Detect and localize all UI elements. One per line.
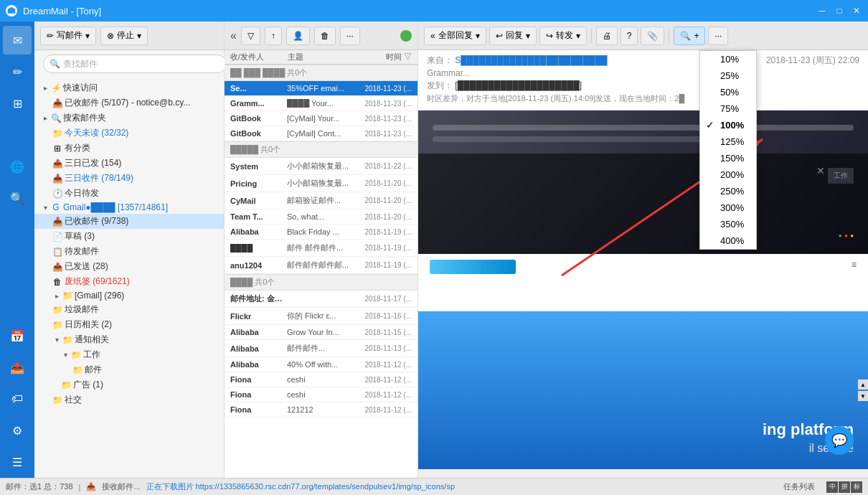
email-item-15[interactable]: Alibaba 邮件邮件... 2018-11-13 (... bbox=[225, 340, 418, 357]
write-email-button[interactable]: ✏ 写邮件 ▾ bbox=[40, 27, 96, 45]
email-item-11[interactable]: anu1204 邮件邮件邮件邮... 2018-11-19 (... bbox=[225, 257, 418, 274]
more-button[interactable]: ··· bbox=[708, 27, 728, 45]
reply-all-button[interactable]: « 全部回复 ▾ bbox=[424, 27, 486, 45]
nav-tag[interactable]: 🏷 bbox=[3, 385, 32, 413]
nav-mail[interactable]: ✉ bbox=[3, 26, 32, 55]
tree-today-unread[interactable]: 📁 今天未读 (32/32) bbox=[34, 126, 224, 141]
email-item-19[interactable]: Fiona 121212 2018-11-12 (... bbox=[225, 402, 418, 418]
grid-icon: ⊞ bbox=[52, 143, 63, 154]
zoom-75[interactable]: 75% bbox=[700, 100, 756, 117]
email-item-5[interactable]: System 小小邮箱恢复最... 2018-11-22 (... bbox=[225, 158, 418, 175]
tree-search-folders[interactable]: ▸ 🔍 搜索邮件夹 bbox=[34, 110, 224, 126]
nav-calendar[interactable]: 📅 bbox=[3, 321, 32, 350]
maximize-button[interactable]: □ bbox=[834, 5, 845, 16]
zoom-100[interactable]: ✓ 100% bbox=[700, 117, 756, 133]
zoom-25[interactable]: 25% bbox=[700, 67, 756, 84]
zoom-400[interactable]: 400% bbox=[700, 232, 756, 249]
filter-button[interactable]: ▽ bbox=[241, 27, 260, 45]
tree-categorized[interactable]: ⊞ 有分类 bbox=[34, 141, 224, 156]
tree-3day-sent[interactable]: 📤 三日已发 (154) bbox=[34, 156, 224, 171]
email-item-1[interactable]: Se... 35%OFF emai... 2018-11-23 (... bbox=[225, 81, 418, 96]
tree-gmail-trash[interactable]: 🗑 废纸篓 (69/1621) bbox=[34, 274, 224, 289]
email-item-8[interactable]: Team T... So, what... 2018-11-20 (... bbox=[225, 209, 418, 225]
tree-gmail-notifications[interactable]: ▾ 📁 通知相关 bbox=[34, 332, 224, 347]
icon-bar: ✉ ✏ ⊞ 👤 🌐 🔍 📅 📤 🏷 ⚙ ☰ bbox=[0, 22, 34, 478]
nav-grid[interactable]: ⊞ bbox=[3, 89, 32, 118]
email-item-7[interactable]: CyMail 邮箱验证邮件... 2018-11-20 (... bbox=[225, 192, 418, 209]
zoom-150[interactable]: 150% bbox=[700, 150, 756, 166]
zoom-350[interactable]: 350% bbox=[700, 216, 756, 232]
email-item-13[interactable]: Flickr 你的 Flickr ε... 2018-11-16 (... bbox=[225, 308, 418, 325]
help-button[interactable]: ? bbox=[621, 27, 638, 45]
print-button[interactable]: 🖨 bbox=[596, 27, 618, 45]
to-label: Grammar... bbox=[427, 68, 470, 78]
scroll-down-btn[interactable]: ▼ bbox=[858, 391, 868, 401]
zoom-50[interactable]: 50% bbox=[700, 84, 756, 100]
email-item-4[interactable]: GitBook [CyMail] Cont... 2018-11-23 (... bbox=[225, 126, 418, 141]
sort-up-button[interactable]: ↑ bbox=[265, 27, 282, 45]
nav-settings[interactable]: ⚙ bbox=[3, 416, 32, 445]
tree-gmail-outbox[interactable]: 📋 待发邮件 bbox=[34, 244, 224, 259]
work-icon: 📁 bbox=[70, 350, 82, 360]
nav-contacts[interactable]: 👤 bbox=[3, 121, 32, 149]
close-overlay-btn[interactable]: ✕ bbox=[816, 165, 825, 176]
stop-button[interactable]: ⊗ 停止 ▾ bbox=[100, 27, 148, 45]
email-item-16[interactable]: Alibaba 40% Off with... 2018-11-12 (... bbox=[225, 357, 418, 372]
scroll-up-btn[interactable]: ▲ bbox=[858, 380, 868, 390]
email-item-17[interactable]: Fiona ceshi 2018-11-12 (... bbox=[225, 372, 418, 387]
tree-gmail-spam[interactable]: 📁 垃圾邮件 bbox=[34, 302, 224, 317]
nav-globe[interactable]: 🌐 bbox=[3, 152, 32, 181]
email-item-3[interactable]: GitBook [CyMail] Your... 2018-11-23 (... bbox=[225, 111, 418, 126]
forward-button[interactable]: ↪ 转发 ▾ bbox=[539, 27, 587, 45]
tree-gmail-labels[interactable]: ▸ 📁 [Gmail] (296) bbox=[34, 289, 224, 302]
tree-inbox-quick[interactable]: 📥 已收邮件 (5/107) - notice@b.cy... bbox=[34, 95, 224, 110]
tree-gmail-social[interactable]: 📁 社交 bbox=[34, 392, 224, 407]
email-item-14[interactable]: Alibaba Grow Your In... 2018-11-15 (... bbox=[225, 325, 418, 340]
delivered-label: 发到： bbox=[427, 80, 453, 90]
tree-quick-access[interactable]: ▸ ⚡ 快速访问 bbox=[34, 80, 224, 95]
email-item-6[interactable]: Pricing 小小邮箱恢复最... 2018-11-20 (... bbox=[225, 175, 418, 192]
user-filter-button[interactable]: 👤 bbox=[286, 27, 310, 45]
tree-gmail-calendar[interactable]: 📁 日历相关 (2) bbox=[34, 317, 224, 332]
zoom-button[interactable]: 🔍 + bbox=[674, 27, 705, 45]
search-box[interactable]: 🔍 查找邮件 bbox=[43, 55, 227, 73]
forward-dropdown-icon: ▾ bbox=[576, 31, 580, 41]
email-group-3: ████ 共0个 bbox=[225, 274, 418, 291]
nav-send[interactable]: 📤 bbox=[3, 353, 32, 382]
tree-gmail-work[interactable]: ▾ 📁 工作 bbox=[34, 347, 224, 362]
tree-gmail-account[interactable]: ▾ G Gmail●████ [1357/14861] bbox=[34, 201, 224, 214]
email-item-18[interactable]: Fiona ceshi 2018-11-12 (... bbox=[225, 387, 418, 402]
reply-button[interactable]: ↩ 回复 ▾ bbox=[489, 27, 537, 45]
tree-gmail-sent[interactable]: 📤 已发送 (28) bbox=[34, 259, 224, 274]
tree-gmail-work-mail[interactable]: 📁 邮件 bbox=[34, 362, 224, 377]
more-actions-button[interactable]: ··· bbox=[340, 27, 360, 45]
zoom-10[interactable]: 10% bbox=[700, 51, 756, 67]
expand-icon: ▾ bbox=[40, 204, 50, 212]
expand-icon: ▸ bbox=[40, 84, 50, 92]
tree-gmail-ads[interactable]: 📁 广告 (1) bbox=[34, 377, 224, 392]
attach-button[interactable]: 📎 bbox=[641, 27, 664, 45]
zoom-125[interactable]: 125% bbox=[700, 133, 756, 150]
email-item-10[interactable]: ████ 邮件 邮件邮件... 2018-11-19 (... bbox=[225, 240, 418, 257]
email-preview: « 全部回复 ▾ ↩ 回复 ▾ ↪ 转发 ▾ 🖨 ? 📎 🔍 + bbox=[418, 22, 868, 478]
minimize-button[interactable]: ─ bbox=[816, 5, 828, 16]
close-button[interactable]: ✕ bbox=[851, 5, 862, 16]
email-item-12[interactable]: 邮件地址: 金邮... 2018-11-17 (... bbox=[225, 291, 418, 308]
tree-gmail-inbox[interactable]: 📥 已收邮件 (9/738) bbox=[34, 214, 224, 229]
tree-gmail-drafts[interactable]: 📄 草稿 (3) bbox=[34, 229, 224, 244]
email-item-9[interactable]: Alibaba Black Friday ... 2018-11-19 (... bbox=[225, 225, 418, 240]
nav-menu[interactable]: ☰ bbox=[3, 448, 32, 476]
chat-button[interactable]: 💬 bbox=[825, 426, 854, 455]
nav-search[interactable]: 🔍 bbox=[3, 184, 32, 212]
email-item-2[interactable]: Gramm... ████ Your... 2018-11-23 (... bbox=[225, 96, 418, 111]
mail-folder-icon: 📁 bbox=[72, 365, 83, 375]
nav-compose[interactable]: ✏ bbox=[3, 57, 32, 86]
tree-today-pending[interactable]: 🕐 今日待发 bbox=[34, 186, 224, 201]
zoom-200[interactable]: 200% bbox=[700, 166, 756, 183]
download-progress: 正在下载图片 https://1335865630.rsc.cdn77.org/… bbox=[146, 481, 778, 492]
zoom-300[interactable]: 300% bbox=[700, 199, 756, 216]
zoom-250[interactable]: 250% bbox=[700, 183, 756, 199]
delete-button[interactable]: 🗑 bbox=[314, 27, 336, 45]
preview-toolbar: « 全部回复 ▾ ↩ 回复 ▾ ↪ 转发 ▾ 🖨 ? 📎 🔍 + bbox=[418, 22, 868, 50]
tree-3day-received[interactable]: 📥 三日收件 (78/149) bbox=[34, 171, 224, 186]
